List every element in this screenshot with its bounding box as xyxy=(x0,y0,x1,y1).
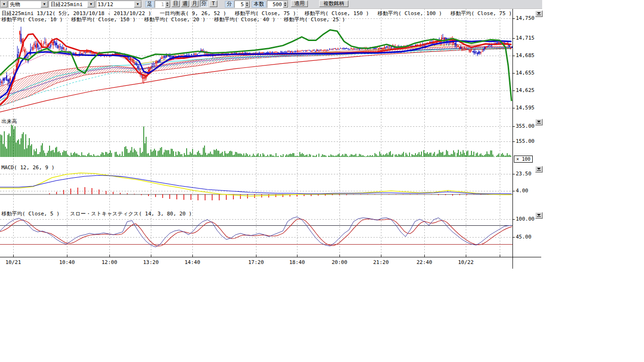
period-button-T[interactable]: T xyxy=(209,0,217,7)
time-tick-label: 12:00 xyxy=(99,259,120,265)
dropdown-icon xyxy=(537,168,541,170)
dropdown-icon-underline xyxy=(537,170,541,171)
time-tick-label: 21:20 xyxy=(371,259,391,265)
axis-tick-label: 14,655 xyxy=(516,70,540,76)
price-pane-menu-button[interactable] xyxy=(535,10,543,17)
stoch-pane-menu-button[interactable] xyxy=(535,212,543,219)
dropdown-icon-underline xyxy=(537,15,541,15)
symbol-combo-value: 日経225mini xyxy=(49,1,87,8)
time-tick-label: 20:00 xyxy=(329,259,350,265)
market-combo-value: 先物 xyxy=(8,1,41,8)
chart-application: ▼ 先物 ▼ 日経225mini ▼ 13/12 ▼ 足 1 日週月分T 分 5… xyxy=(0,0,644,362)
contract-combo-value: 13/12 xyxy=(96,1,134,8)
dropdown-icon-underline xyxy=(537,216,541,217)
spinner-buttons-icon[interactable] xyxy=(283,1,288,8)
volume-multiplier-badge: × 100 xyxy=(514,156,533,163)
minute-label: 分 xyxy=(225,1,234,8)
stoch-indicator-label: スロー・ストキャスティクス( 14, 3, 80, 20 ) xyxy=(70,211,191,217)
hidden-combo[interactable]: ▼ xyxy=(0,0,8,8)
market-combo[interactable]: 先物 ▼ xyxy=(8,0,49,8)
time-tick-label: 10:40 xyxy=(57,259,77,265)
time-tick-label: 17:20 xyxy=(246,259,266,265)
bar-type-label: 足 xyxy=(145,1,154,8)
apply-button[interactable]: 適用 xyxy=(291,0,308,7)
spinner-buttons-icon[interactable] xyxy=(165,1,170,8)
legend-item: 移動平均( Close, 100 ) xyxy=(378,10,442,16)
chevron-down-icon[interactable]: ▼ xyxy=(0,1,8,8)
dropdown-icon xyxy=(537,121,541,123)
bar-interval-spinner[interactable]: 1 xyxy=(155,0,171,8)
dropdown-icon xyxy=(537,214,541,216)
legend-item: 移動平均( Close, 10 ) xyxy=(1,16,63,23)
chevron-down-icon[interactable]: ▼ xyxy=(41,1,48,8)
multi-symbol-button[interactable]: 複数銘柄 xyxy=(319,0,348,7)
axis-tick-label: 14,685 xyxy=(516,52,540,58)
time-tick-label: 10/21 xyxy=(3,259,24,265)
time-tick-label: 10/22 xyxy=(455,259,476,265)
chevron-down-icon[interactable]: ▼ xyxy=(134,1,141,8)
macd-pane-menu-button[interactable] xyxy=(535,166,543,173)
volume-pane-label: 出来高 xyxy=(1,118,17,125)
axis-tick-label: 4.00 xyxy=(516,188,540,194)
time-tick-label: 22:40 xyxy=(414,259,435,265)
time-tick-label: 14:40 xyxy=(182,259,203,265)
bar-count-spinner[interactable]: 500 xyxy=(267,0,289,8)
dropdown-icon-underline xyxy=(537,123,541,123)
bar-count-value: 500 xyxy=(267,1,283,8)
period-button-分[interactable]: 分 xyxy=(200,0,208,7)
stoch-ma-label: 移動平均( Close, 5 ) xyxy=(1,211,59,217)
axis-tick-label: 14,715 xyxy=(516,35,540,41)
legend-item: 移動平均( Close, 75 ) xyxy=(450,10,512,16)
volume-pane-menu-button[interactable] xyxy=(535,119,543,125)
axis-tick-label: 45.00 xyxy=(516,234,540,240)
toolbar: ▼ 先物 ▼ 日経225mini ▼ 13/12 ▼ 足 1 日週月分T 分 5… xyxy=(0,0,542,9)
axis-tick-label: 14,625 xyxy=(516,87,540,93)
dropdown-icon xyxy=(537,12,541,14)
chevron-down-icon[interactable]: ▼ xyxy=(87,1,95,8)
period-button-月[interactable]: 月 xyxy=(190,0,198,7)
spinner-buttons-icon[interactable] xyxy=(245,1,250,8)
minute-spinner[interactable]: 5 xyxy=(234,0,250,8)
legend-item: 移動平均( Close, 20 ) xyxy=(144,16,206,23)
time-tick-label: 18:40 xyxy=(287,259,307,265)
macd-pane-label: MACD( 12, 26, 9 ) xyxy=(1,165,55,171)
symbol-combo[interactable]: 日経225mini ▼ xyxy=(49,0,95,8)
legend-item: 移動平均( Close, 25 ) xyxy=(284,16,345,23)
period-button-週[interactable]: 週 xyxy=(181,0,189,7)
minute-value: 5 xyxy=(235,1,245,8)
bar-interval-value: 1 xyxy=(155,1,165,8)
price-legend-line2: 移動平均( Close, 10 )移動平均( Close, 150 )移動平均(… xyxy=(1,16,354,23)
contract-combo[interactable]: 13/12 ▼ xyxy=(96,0,142,8)
axis-tick-label: 155.00 xyxy=(516,138,540,144)
legend-item: 移動平均( Close, 150 ) xyxy=(71,16,136,23)
legend-item: 移動平均( Close, 40 ) xyxy=(214,16,275,23)
time-tick-label: 13:20 xyxy=(140,259,161,265)
axis-tick-label: 14,595 xyxy=(516,105,540,111)
period-button-日[interactable]: 日 xyxy=(172,0,180,7)
stoch-pane-label: 移動平均( Close, 5 )スロー・ストキャスティクス( 14, 3, 80… xyxy=(1,210,202,217)
chart-canvas[interactable] xyxy=(0,0,644,362)
bar-count-label: 本数 xyxy=(252,1,266,8)
